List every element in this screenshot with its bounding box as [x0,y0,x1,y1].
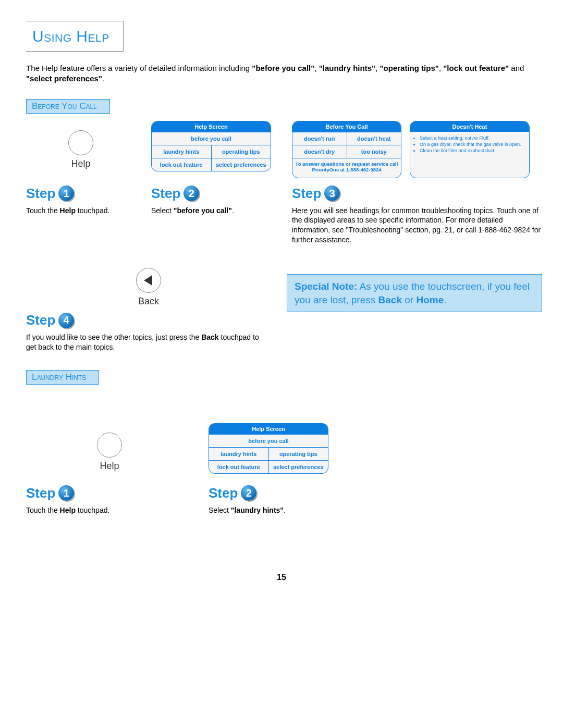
page-title: Using Help [32,28,109,45]
dh-title: Doesn't Heat [410,121,529,132]
hs-selectprefs: select preferences [212,158,271,171]
byc-doesntrun: doesn't run [292,132,347,145]
step1-num: 1 [58,186,74,201]
lh-step1-label: Step 1 [26,485,193,501]
byc-footer: To answer questions or request service c… [292,158,401,176]
hs2-title: Help Screen [209,424,328,434]
step1-text: Touch the Help touchpad. [26,206,136,216]
help-label: Help [71,158,90,169]
lh-step2-label: Step 2 [209,485,344,501]
help-screen-title: Help Screen [152,121,271,132]
step3-num: 3 [324,186,340,201]
byc-doesntheat: doesn't heat [347,132,401,145]
hs2-selectprefs: select preferences [269,461,328,473]
intro-lead: The Help feature offers a variety of det… [26,64,252,72]
dh-b1: Select a heat setting, not Air Fluff. [420,135,525,141]
dh-b2: On a gas dryer, check that the gas valve… [420,141,525,147]
hs2-beforeyoucall: before you call [209,434,328,447]
help-touchpad: Help [26,130,136,169]
subhead-before-you-call: Before You Call [26,99,110,114]
step2-num: 2 [183,186,199,201]
help-label-2: Help [100,461,119,472]
byc-toonoisy: too noisy [347,145,401,158]
intro-q3: "operating tips" [380,64,439,72]
hs-laundryhints: laundry hints [152,145,212,158]
dh-b3: Clean the lint filter and exahust duct. [420,147,525,154]
step2-label: Step 2 [151,186,276,202]
page-number: 15 [26,573,537,582]
step4-label: Step 4 [26,312,271,328]
hs-operatingtips: operating tips [212,145,271,158]
lh-step2-num: 2 [241,485,256,501]
help-circle-icon [68,130,93,155]
doesnt-heat-screen: Doesn't Heat Select a heat setting, not … [410,121,530,178]
intro-paragraph: The Help feature offers a variety of det… [26,63,537,84]
hs2-lockout: lock out feature [209,461,269,473]
special-note: Special Note: As you use the touchscreen… [287,274,542,312]
help-screen-mock: Help Screen before you call laundry hint… [151,121,271,171]
before-you-call-screen: Before You Call doesn't run doesn't heat… [292,121,401,178]
hs2-operatingtips: operating tips [269,448,328,460]
subhead-laundry-hints: Laundry Hints [26,370,99,385]
lh-step2-text: Select "laundry hints". [209,505,344,515]
help-circle-icon-2 [97,433,122,458]
hs2-laundryhints: laundry hints [209,448,269,460]
back-label: Back [138,296,159,307]
step2-text: Select "before you call". [151,206,276,216]
back-touchpad: Back [26,268,271,307]
intro-q1: "before you call" [252,64,314,72]
byc-title: Before You Call [292,121,401,132]
lh-step1-num: 1 [58,485,74,501]
step1-label: Step 1 [26,186,136,202]
intro-q2: "laundry hints" [319,64,375,72]
lh-step1-text: Touch the Help touchpad. [26,505,193,515]
step3-text: Here you will see headings for common tr… [292,206,542,245]
help-touchpad-2: Help [26,433,193,472]
hs-lockout: lock out feature [152,158,212,171]
byc-doesntdry: doesn't dry [292,145,347,158]
back-circle-icon [136,268,161,293]
title-box: Using Help [26,21,124,52]
step4-num: 4 [58,313,74,328]
step3-label: Step 3 [292,186,542,202]
intro-q5: "select preferences" [26,74,102,83]
step4-text: If you would like to see the other topic… [26,332,271,352]
help-screen-mock-2: Help Screen before you call laundry hint… [209,423,328,474]
intro-q4: "lock out feature" [443,64,509,72]
hs-beforeyoucall: before you call [152,132,271,145]
back-arrow-icon [144,275,152,286]
